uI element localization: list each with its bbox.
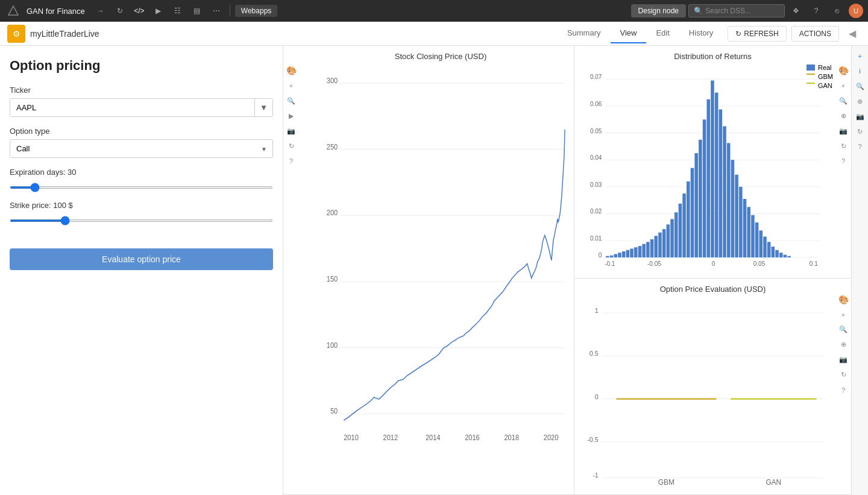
opt-cross-icon[interactable]: ⊕ — [837, 338, 850, 352]
tab-view[interactable]: View — [611, 24, 647, 43]
sidebar-search-icon[interactable]: 🔍 — [854, 80, 867, 93]
sidebar-help-icon[interactable]: ? — [854, 140, 867, 153]
actions-button[interactable]: ACTIONS — [791, 26, 839, 42]
crosshair-icon[interactable]: ▶ — [285, 109, 298, 122]
search-box[interactable]: 🔍 Search DSS... — [688, 4, 785, 17]
opt-plus-icon[interactable]: + — [837, 308, 850, 321]
webapps-button[interactable]: Webapps — [235, 5, 277, 17]
dist-chart-toolbar: 🎨 + 🔍 ⊕ 📷 ↻ ? — [837, 64, 850, 168]
svg-text:2020: 2020 — [544, 434, 559, 442]
svg-text:300: 300 — [327, 77, 338, 84]
right-charts: Distribution of Returns Real GBM GAN — [574, 46, 851, 494]
main-layout: Option pricing Ticker ▼ Option type Call… — [0, 46, 868, 495]
right-sidebar: + i 🔍 ⊕ 📷 ↻ ? — [851, 46, 868, 495]
svg-rect-66 — [711, 81, 714, 257]
sidebar-add-icon[interactable]: + — [854, 49, 867, 63]
dist-refresh-icon[interactable]: ↻ — [837, 139, 850, 153]
sidebar-refresh-icon[interactable]: ↻ — [854, 125, 867, 138]
user-avatar[interactable]: U — [849, 4, 863, 18]
refresh-button[interactable]: ↻ REFRESH — [728, 26, 786, 42]
svg-rect-54 — [662, 229, 666, 257]
page-title: Option pricing — [10, 58, 273, 74]
svg-rect-49 — [642, 244, 646, 257]
nav-grid1-icon[interactable]: ☷ — [169, 2, 186, 19]
nav-run-icon[interactable]: ▶ — [150, 2, 167, 19]
refresh-chart-icon[interactable]: ↻ — [285, 139, 298, 153]
help-chart-icon[interactable]: ? — [285, 154, 298, 168]
strike-slider[interactable] — [10, 219, 273, 222]
svg-rect-48 — [638, 246, 642, 257]
color-wheel-icon[interactable]: 🎨 — [285, 64, 298, 77]
search-zoom-icon[interactable]: 🔍 — [285, 94, 298, 107]
svg-text:0.06: 0.06 — [590, 101, 602, 107]
nav-code-icon[interactable]: </> — [131, 2, 148, 19]
opt-color-icon[interactable]: 🎨 — [837, 293, 850, 306]
nav-forward-icon[interactable]: → — [92, 2, 109, 19]
opt-refresh-icon[interactable]: ↻ — [837, 368, 850, 382]
top-navbar: GAN for Finance → ↻ </> ▶ ☷ ▤ ⋯ Webapps … — [0, 0, 868, 22]
activity-icon[interactable]: ⎋ — [828, 2, 845, 19]
legend-gbm-label: GBM — [818, 73, 833, 80]
nav-grid2-icon[interactable]: ▤ — [189, 2, 206, 19]
plus-zoom-icon[interactable]: + — [285, 79, 298, 92]
top-right-icons: ❖ ? ⎋ U — [787, 2, 863, 19]
toolbar-actions: ↻ REFRESH ACTIONS ◀ — [728, 25, 861, 42]
option-type-select-wrap: Call Put — [10, 139, 273, 158]
search-placeholder: Search DSS... — [705, 7, 751, 15]
svg-text:2014: 2014 — [426, 434, 441, 442]
svg-text:2010: 2010 — [344, 434, 359, 442]
option-type-select[interactable]: Call Put — [10, 139, 273, 158]
dist-plus-icon[interactable]: + — [837, 79, 850, 92]
svg-rect-51 — [650, 239, 654, 257]
ticker-dropdown-button[interactable]: ▼ — [254, 99, 272, 116]
svg-rect-52 — [654, 236, 658, 257]
svg-text:-0.05: -0.05 — [647, 260, 661, 267]
ticker-input[interactable] — [10, 99, 254, 116]
svg-rect-53 — [658, 233, 662, 257]
refresh-icon: ↻ — [735, 30, 741, 38]
evaluate-button[interactable]: Evaluate option price — [10, 248, 273, 270]
help-icon[interactable]: ? — [808, 2, 825, 19]
sidebar-tool1-icon[interactable]: ⊕ — [854, 95, 867, 108]
dist-search-icon[interactable]: 🔍 — [837, 94, 850, 107]
svg-rect-58 — [679, 204, 682, 257]
dist-cam-icon[interactable]: 📷 — [837, 124, 850, 137]
opt-cam-icon[interactable]: 📷 — [837, 353, 850, 367]
svg-rect-83 — [779, 253, 783, 257]
dist-help-icon[interactable]: ? — [837, 154, 850, 168]
sidebar-info-icon[interactable]: i — [854, 65, 867, 78]
settings-gear-icon[interactable]: ⚙ — [7, 25, 25, 43]
opt-help-icon[interactable]: ? — [837, 383, 850, 397]
legend-real-label: Real — [818, 64, 832, 71]
svg-text:-0.5: -0.5 — [587, 436, 598, 443]
tab-bar: Summary View Edit History — [558, 24, 723, 43]
strike-label: Strike price: 100 $ — [10, 201, 273, 210]
distribution-svg: 0.07 0.06 0.05 0.04 0.03 0.02 0.01 0 — [580, 66, 845, 268]
camera-icon[interactable]: 📷 — [285, 124, 298, 137]
design-node-button[interactable]: Design node — [631, 4, 686, 17]
svg-text:250: 250 — [327, 143, 338, 151]
expiration-slider[interactable] — [10, 186, 273, 189]
svg-text:200: 200 — [327, 209, 338, 217]
grid-apps-icon[interactable]: ❖ — [787, 2, 804, 19]
option-price-svg: 1 0.5 0 -0.5 -1 — [580, 298, 845, 488]
svg-rect-74 — [743, 199, 747, 257]
dist-cross-icon[interactable]: ⊕ — [837, 109, 850, 122]
dist-color-icon[interactable]: 🎨 — [837, 64, 850, 77]
svg-rect-57 — [675, 212, 678, 257]
legend-gan-label: GAN — [818, 82, 832, 89]
svg-rect-55 — [667, 224, 670, 257]
sidebar-tool2-icon[interactable]: 📷 — [854, 110, 867, 123]
svg-rect-73 — [739, 187, 743, 257]
nav-refresh-icon[interactable]: ↻ — [112, 2, 128, 19]
tab-summary[interactable]: Summary — [558, 24, 611, 43]
svg-rect-61 — [691, 168, 694, 257]
nav-separator — [230, 5, 230, 17]
option-price-title: Option Price Evaluation (USD) — [580, 285, 845, 294]
tab-history[interactable]: History — [679, 24, 723, 43]
nav-more-icon[interactable]: ⋯ — [208, 2, 225, 19]
tab-edit[interactable]: Edit — [646, 24, 679, 43]
strike-group: Strike price: 100 $ — [10, 201, 273, 224]
opt-search-icon[interactable]: 🔍 — [837, 323, 850, 336]
collapse-panel-icon[interactable]: ◀ — [844, 25, 861, 42]
